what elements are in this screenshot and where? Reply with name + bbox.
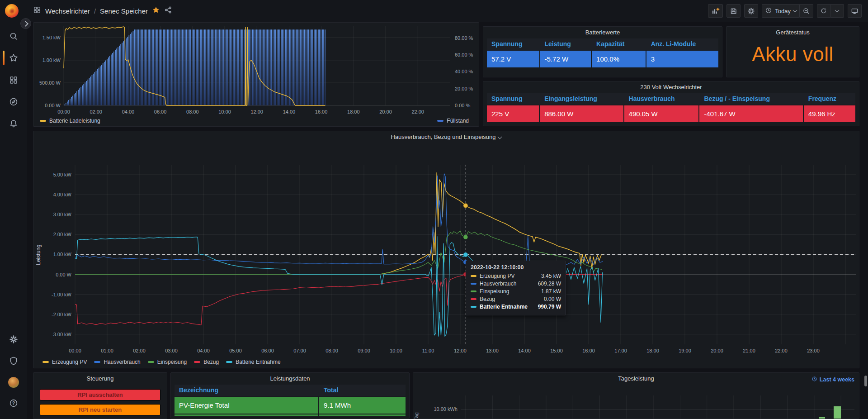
tooltip-row: Hausverbrauch609.28 W (471, 281, 561, 287)
column-header[interactable]: Frequenz (804, 93, 855, 105)
sidebar-item-settings[interactable] (0, 330, 27, 348)
column-header[interactable]: Hausverbrauch (624, 93, 699, 105)
svg-text:06:00: 06:00 (154, 109, 167, 114)
sidebar-item-avatar[interactable] (0, 373, 27, 391)
dashboards-grid-icon (33, 6, 41, 16)
panel-batterie-ladeleistung: 1.50 kW1.00 kW500.00 W0.00 W80.00 %60.00… (33, 22, 479, 127)
time-range-picker[interactable]: Today (762, 4, 800, 18)
tooltip-time: 2022-10-22 12:10:00 (471, 264, 561, 271)
svg-text:16:00: 16:00 (582, 348, 595, 353)
panel-tagesleistung: Tagesleistung Last 4 weeks 10.00 kWh Tag (413, 372, 859, 419)
svg-text:15:00: 15:00 (550, 348, 563, 353)
sidebar-expand-button[interactable] (20, 18, 31, 29)
svg-text:04:00: 04:00 (197, 348, 210, 353)
breadcrumb-page[interactable]: Senec Speicher (100, 7, 148, 15)
clock-icon (765, 7, 772, 15)
table-cell: 100.0% (592, 51, 646, 67)
svg-text:19:00: 19:00 (679, 348, 691, 353)
svg-text:06:00: 06:00 (261, 348, 274, 353)
sidebar-item-dashboards[interactable] (0, 71, 27, 89)
battery-chart[interactable]: 1.50 kW1.00 kW500.00 W0.00 W80.00 %60.00… (33, 23, 479, 126)
table-cell: 49.96 Hz (804, 105, 855, 122)
refresh-interval-picker[interactable] (830, 4, 844, 18)
svg-text:09:00: 09:00 (358, 348, 370, 353)
table-cell: 57.2 V (487, 51, 539, 67)
star-icon (9, 53, 18, 62)
svg-text:0.00 %: 0.00 % (455, 103, 470, 108)
sidebar-item-alerting[interactable] (0, 114, 27, 133)
svg-text:13:00: 13:00 (486, 348, 499, 353)
svg-text:12:00: 12:00 (454, 348, 467, 353)
legend-item[interactable]: Batterie Ladeleistung (40, 118, 100, 124)
tooltip-row: Einspeisung1.87 kW (471, 288, 561, 295)
column-header[interactable]: Leistung (540, 38, 591, 50)
sidebar-item-search[interactable] (0, 27, 27, 45)
legend-item[interactable]: Hausverbrauch (94, 359, 140, 365)
svg-text:1.00 kW: 1.00 kW (42, 57, 61, 63)
svg-text:22:00: 22:00 (775, 348, 788, 353)
avatar (8, 377, 19, 388)
legend-item[interactable]: Einspeisung (148, 359, 187, 365)
svg-text:40.00 %: 40.00 % (455, 69, 473, 74)
panel-title: Leistungsdaten (171, 373, 409, 385)
table-cell: 3 (646, 51, 718, 67)
svg-text:3.00 kW: 3.00 kW (53, 212, 72, 217)
column-header[interactable]: Eingangsleistung (540, 93, 623, 105)
legend-item[interactable]: Bezug (194, 359, 219, 365)
chart-tooltip: 2022-10-22 12:10:00 Erzeugung PV3.45 kWH… (466, 261, 566, 315)
table-row: 225 V886.00 W490.05 W-401.67 W49.96 Hz (487, 105, 855, 122)
favorite-star-icon[interactable] (152, 6, 160, 16)
breadcrumb-section[interactable]: Wechselrichter (45, 7, 90, 15)
svg-text:16:00: 16:00 (315, 109, 328, 114)
column-header[interactable]: Spannung (487, 93, 539, 105)
sidebar-item-help[interactable]: ? (0, 394, 27, 412)
save-dashboard-button[interactable] (726, 4, 741, 18)
sidebar-item-server-admin[interactable] (0, 352, 27, 370)
column-header[interactable]: Total (319, 385, 406, 396)
grafana-logo[interactable] (5, 4, 19, 18)
panel-title: Batteriewerte (483, 27, 722, 38)
table-row: 57.2 V-5.72 W100.0%3 (487, 51, 718, 67)
svg-text:0.00 W: 0.00 W (45, 103, 61, 108)
column-header[interactable]: Spannung (487, 38, 539, 50)
column-header[interactable]: Anz. Li-Module (646, 38, 718, 50)
svg-text:18:00: 18:00 (646, 348, 659, 353)
panel-batteriewerte: Batteriewerte SpannungLeistungKapazitätA… (483, 26, 722, 77)
dashboard-settings-button[interactable] (744, 4, 758, 18)
tagesleistung-chart[interactable] (413, 373, 859, 419)
chevron-down-icon (835, 8, 840, 13)
sidebar-item-explore[interactable] (0, 93, 27, 111)
svg-text:0.00 W: 0.00 W (56, 272, 71, 277)
control-button[interactable]: RPI ausschalten (40, 389, 160, 400)
legend-item[interactable]: Erzeugung PV (42, 359, 87, 365)
column-header[interactable]: Bezeichnung (175, 385, 318, 396)
svg-text:14:00: 14:00 (518, 348, 531, 353)
refresh-button[interactable] (817, 4, 830, 18)
dashboard-scrollbar-thumb[interactable] (864, 376, 867, 386)
table-header-row: SpannungEingangsleistungHausverbrauchBez… (487, 93, 855, 105)
svg-text:00:00: 00:00 (57, 109, 70, 114)
kiosk-mode-button[interactable] (848, 4, 862, 18)
gear-icon (9, 335, 18, 344)
sidebar-item-starred[interactable] (0, 49, 27, 67)
legend-item[interactable]: Füllstand (437, 118, 469, 124)
share-icon[interactable] (164, 6, 172, 16)
panel-230v-wechselrichter: 230 Volt Wechselrichter SpannungEingangs… (483, 81, 859, 126)
apps-icon (9, 76, 18, 85)
zoom-out-button[interactable] (800, 4, 813, 18)
table-header-row: BezeichnungTotal (175, 385, 406, 396)
svg-text:1.00 kW: 1.00 kW (53, 252, 72, 257)
legend-item[interactable]: Batterie Entnahme (226, 359, 280, 365)
panel-title[interactable]: Hausverbrauch, Bezug und Einspeisung (33, 131, 859, 143)
shield-icon (9, 356, 18, 365)
column-header[interactable]: Bezug / - Einspeisung (699, 93, 802, 105)
table-cell: 886.00 W (540, 105, 623, 122)
hausverbrauch-chart[interactable]: 5.00 kW4.00 kW3.00 kW2.00 kW1.00 kW0.00 … (33, 143, 859, 368)
column-header[interactable]: Kapazität (592, 38, 646, 50)
add-panel-button[interactable] (708, 4, 723, 18)
breadcrumb: Wechselrichter / Senec Speicher (33, 6, 172, 16)
svg-text:20:00: 20:00 (379, 109, 392, 114)
panel-leistungsdaten: Leistungsdaten BezeichnungTotalPV-Energi… (170, 372, 410, 419)
help-icon: ? (9, 399, 18, 408)
control-button[interactable]: RPI neu starten (40, 404, 160, 415)
